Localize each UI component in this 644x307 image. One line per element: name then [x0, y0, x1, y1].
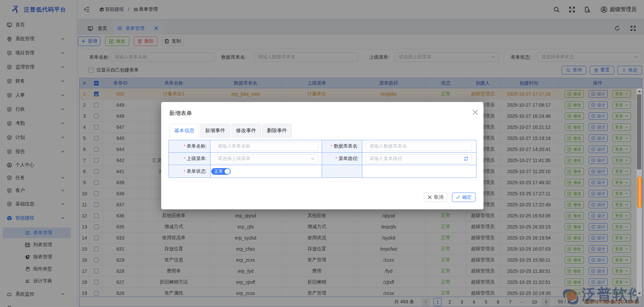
required-asterisk: * [184, 156, 185, 161]
modal-tab-删除事件[interactable]: 删除事件 [262, 124, 292, 138]
app-root: 泛普低代码平台 首页系统管理项目管理监理管理财务人事行政考勤计划报告个人中心任务… [0, 0, 644, 307]
check-icon [456, 195, 460, 199]
db-name-input[interactable]: 请输入数据库表名 [366, 142, 472, 151]
toggle-value-label: 正常 [214, 168, 223, 174]
modal-tab-修改事件[interactable]: 修改事件 [231, 124, 261, 138]
form-name-input[interactable]: 请输入表单名称 [214, 142, 318, 151]
parent-menu-label: *上级菜单: [169, 153, 211, 165]
menu-path-input[interactable]: 请输入菜单路径 [366, 154, 472, 163]
empty-field-cell [362, 165, 475, 177]
table-scrollbar-thumb[interactable] [637, 94, 641, 169]
toggle-knob [225, 169, 230, 174]
modal-form-name-placeholder: 请输入表单名称 [218, 143, 315, 149]
db-name-cell: 请输入数据库表名 [362, 140, 475, 152]
label-text: 上级菜单: [187, 156, 207, 162]
label-text: 表单名称: [187, 143, 207, 149]
modal-form-grid: *表单名称: 请输入表单名称 *数据库表名: 请输入数据库表名 *上级菜单: 请… [169, 140, 476, 178]
cancel-button-label: 取消 [434, 194, 444, 200]
required-asterisk: * [184, 144, 185, 149]
modal-db-name-placeholder: 请输入数据库表名 [369, 143, 468, 149]
parent-menu-cell: 请选择上级菜单 [211, 153, 322, 165]
parent-menu-select[interactable]: 请选择上级菜单 [214, 154, 318, 163]
confirm-button[interactable]: 确定 [452, 193, 475, 202]
modal-tabs: 基本信息新增事件修改事件删除事件 [170, 124, 293, 138]
empty-label-cell [322, 165, 362, 177]
required-asterisk: * [331, 144, 332, 149]
form-name-label: *表单名称: [169, 140, 211, 152]
confirm-button-label: 确定 [462, 194, 472, 200]
modal-title: 新增表单 [169, 109, 192, 117]
label-text: 数据库表名: [334, 143, 359, 149]
required-asterisk: * [335, 156, 337, 161]
form-name-cell: 请输入表单名称 [211, 140, 322, 152]
label-text: 菜单路径: [338, 156, 359, 162]
form-status-label: *表单状态: [169, 165, 211, 177]
menu-path-cell: 请输入菜单路径 [362, 153, 475, 165]
modal-menu-path-placeholder: 请输入菜单路径 [369, 156, 464, 162]
cancel-button[interactable]: 取消 [424, 193, 447, 202]
chevron-down-icon [311, 157, 315, 161]
required-asterisk: * [184, 169, 185, 174]
scroll-up-icon[interactable] [637, 89, 642, 94]
form-status-cell: 正常 [211, 165, 322, 177]
page-scrollbar-thumb[interactable] [637, 176, 642, 208]
modal-footer: 取消 确定 [419, 193, 475, 202]
form-status-toggle[interactable]: 正常 [211, 168, 231, 175]
refresh-icon[interactable] [464, 156, 468, 161]
modal-parent-menu-placeholder: 请选择上级菜单 [218, 156, 311, 162]
menu-path-label: *菜单路径: [322, 153, 362, 165]
modal-tab-新增事件[interactable]: 新增事件 [200, 124, 230, 138]
x-icon [428, 195, 432, 199]
db-name-label: *数据库表名: [322, 140, 362, 152]
add-form-modal: 新增表单 基本信息新增事件修改事件删除事件 *表单名称: 请输入表单名称 *数据… [161, 102, 484, 209]
scroll-down-icon[interactable] [637, 291, 642, 296]
modal-tab-基本信息[interactable]: 基本信息 [170, 124, 199, 138]
close-icon[interactable] [472, 109, 478, 115]
label-text: 表单状态: [187, 168, 207, 174]
